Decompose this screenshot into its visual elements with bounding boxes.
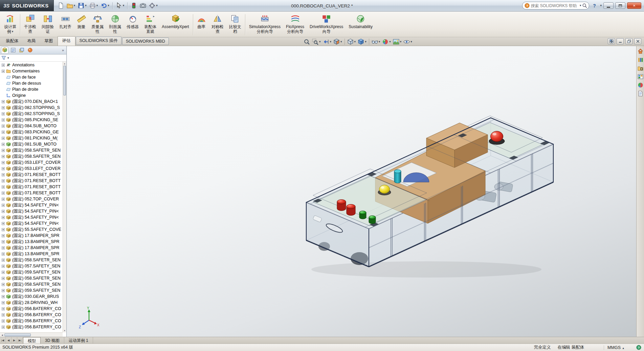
tree-item[interactable]: (固定) 084.SUB_MOTO bbox=[0, 123, 63, 129]
expand-icon[interactable] bbox=[2, 106, 5, 109]
expand-icon[interactable] bbox=[2, 301, 5, 304]
section-view-button[interactable]: ▾ bbox=[333, 38, 343, 45]
ribbon-button-floxpress[interactable]: FloXpress分析向导 bbox=[283, 13, 307, 37]
view-orientation-button[interactable]: ▾ bbox=[347, 38, 357, 45]
filter-caret-icon[interactable]: ▾ bbox=[7, 57, 9, 60]
tab-装配体[interactable]: 装配体 bbox=[1, 37, 23, 46]
display-style-button[interactable]: ▾ bbox=[357, 38, 367, 45]
expand-icon[interactable] bbox=[2, 100, 5, 103]
tree-item[interactable]: (固定) 056.BATERRY_CO bbox=[0, 312, 63, 318]
tree-item[interactable]: (固定) 058.SAFETR_SEN bbox=[0, 257, 63, 263]
expand-icon[interactable] bbox=[2, 234, 5, 237]
ribbon-button-symmetry-check[interactable]: 对称检查 bbox=[209, 13, 226, 37]
ribbon-button-measure[interactable]: 测量 bbox=[74, 13, 89, 37]
expand-icon[interactable] bbox=[2, 155, 5, 158]
ribbon-button-section-properties[interactable]: 剖面属性 bbox=[106, 13, 124, 37]
zoom-area-button[interactable]: ▾ bbox=[311, 38, 321, 45]
tab-布局[interactable]: 布局 bbox=[23, 37, 40, 46]
expand-icon[interactable] bbox=[2, 161, 5, 164]
tree-item[interactable]: (固定) 056.BATERRY_CO bbox=[0, 318, 63, 324]
ribbon-button-interference-check[interactable]: 干涉检查 bbox=[21, 13, 39, 37]
model-tab-nav-3[interactable]: ▶| bbox=[17, 337, 23, 344]
expand-icon[interactable] bbox=[2, 277, 5, 280]
tree-item[interactable]: (固定) 28.DRIVING_WH bbox=[0, 300, 63, 306]
search-input[interactable] bbox=[531, 3, 578, 8]
resources-button[interactable] bbox=[638, 48, 643, 54]
tree-item[interactable]: (固定) 057.SAFETY_SEN bbox=[0, 263, 63, 269]
custom-properties-button[interactable] bbox=[638, 91, 643, 96]
expand-icon[interactable] bbox=[2, 118, 5, 122]
doc-restore-button[interactable] bbox=[625, 38, 632, 44]
tree-item[interactable]: (固定) 082.STOPPING_S bbox=[0, 111, 63, 117]
file-explorer-button[interactable] bbox=[638, 65, 643, 71]
doc-close-button[interactable] bbox=[634, 38, 641, 44]
expand-icon[interactable] bbox=[2, 204, 5, 207]
filter-funnel-icon[interactable] bbox=[1, 56, 6, 60]
expand-icon[interactable] bbox=[2, 289, 5, 292]
select-cursor-button[interactable]: ▾ bbox=[115, 2, 126, 9]
tab-评估[interactable]: 评估 bbox=[58, 36, 75, 46]
tree-item[interactable]: (固定) 058.SAFETR_SEN bbox=[0, 281, 63, 287]
apply-scene-button[interactable]: ▾ bbox=[392, 38, 402, 45]
expand-icon[interactable] bbox=[2, 265, 5, 268]
expand-icon[interactable] bbox=[2, 192, 5, 195]
displaymanager-tab[interactable] bbox=[26, 47, 34, 54]
expand-icon[interactable] bbox=[2, 125, 5, 128]
tree-item[interactable]: (固定) 071.RESET_BOTT bbox=[0, 172, 63, 178]
tree-item[interactable]: Origine bbox=[0, 92, 63, 98]
zoom-fit-button[interactable] bbox=[303, 38, 311, 45]
expand-icon[interactable] bbox=[2, 143, 5, 146]
tab-草图[interactable]: 草图 bbox=[40, 37, 58, 46]
tree-item[interactable]: AAnnotations bbox=[0, 62, 63, 68]
maximize-button[interactable] bbox=[615, 2, 625, 9]
scroll-up-icon[interactable]: ▲ bbox=[63, 62, 66, 65]
tree-item[interactable]: (固定) 030.GEAR_BRUS bbox=[0, 293, 63, 300]
open-folder-button[interactable]: ▾ bbox=[66, 2, 76, 9]
tree-item[interactable]: (固定) 059.SAFETY_SEN bbox=[0, 287, 63, 293]
tree-item[interactable]: (固定) 55.SAFETY_COVE bbox=[0, 226, 63, 233]
ribbon-button-clearance-verify[interactable]: 间隙验证 bbox=[39, 13, 57, 37]
ribbon-button-sensor[interactable]: 传感器 bbox=[124, 13, 141, 37]
ribbon-button-hole-alignment[interactable]: 孔对齐 bbox=[57, 13, 74, 37]
expand-icon[interactable] bbox=[2, 131, 5, 134]
model-tab-nav-1[interactable]: ◀ bbox=[6, 337, 12, 344]
expand-icon[interactable] bbox=[2, 167, 5, 170]
tree-item[interactable]: (固定) 052.TOP_COVER bbox=[0, 196, 63, 202]
expand-icon[interactable] bbox=[2, 295, 5, 298]
print-button[interactable]: ▾ bbox=[88, 2, 99, 9]
ribbon-button-mass-properties[interactable]: 质量属性 bbox=[89, 13, 106, 37]
featuremanager-tab[interactable] bbox=[1, 47, 8, 54]
expand-icon[interactable] bbox=[2, 210, 5, 213]
tree-item[interactable]: (固定) 053.LEFT_COVER bbox=[0, 159, 63, 166]
tree-item[interactable]: Commentaires bbox=[0, 68, 63, 74]
tree-item[interactable]: (固定) 058.SAFETR_SEN bbox=[0, 275, 63, 281]
options-gear-button[interactable]: ▾ bbox=[148, 2, 159, 9]
expand-icon[interactable] bbox=[2, 307, 5, 310]
ribbon-button-sustainability[interactable]: Sustainability bbox=[346, 13, 375, 37]
tree-item[interactable]: (固定) 070.DEN_BAO<1 bbox=[0, 98, 63, 105]
expand-icon[interactable] bbox=[2, 271, 5, 274]
expand-icon[interactable] bbox=[2, 326, 5, 329]
ribbon-button-design-study[interactable]: 设计算例▾ bbox=[1, 13, 19, 37]
tree-item[interactable]: (固定) 081.PICKING_M( bbox=[0, 135, 63, 141]
panel-chevron-icon[interactable]: » bbox=[61, 48, 65, 52]
help-caret-icon[interactable]: ▾ bbox=[600, 4, 602, 7]
design-library-button[interactable] bbox=[638, 57, 643, 63]
tree-item[interactable]: Plan de dessus bbox=[0, 80, 63, 86]
tree-item[interactable]: (固定) 053.LEFT_COVER bbox=[0, 166, 63, 172]
magnifier-icon[interactable] bbox=[582, 3, 587, 8]
graphics-viewport[interactable]: Y Z X bbox=[67, 46, 636, 337]
ribbon-button-assembly-xpert[interactable]: AssemblyXpert bbox=[159, 13, 192, 37]
expand-icon[interactable] bbox=[2, 64, 5, 67]
tree-item[interactable]: (固定) 13.BAMPER_SPR bbox=[0, 251, 63, 257]
previous-view-button[interactable]: ▾ bbox=[322, 38, 332, 45]
scroll-down-icon[interactable]: ▼ bbox=[63, 329, 66, 332]
expand-icon[interactable] bbox=[2, 70, 5, 73]
expand-icon[interactable] bbox=[2, 179, 5, 182]
expand-icon[interactable] bbox=[2, 246, 5, 249]
tree-item[interactable]: Plan de face bbox=[0, 74, 63, 80]
expand-icon[interactable] bbox=[2, 137, 5, 140]
expand-icon[interactable] bbox=[2, 216, 5, 219]
expand-icon[interactable] bbox=[2, 173, 5, 176]
tree-item[interactable]: (固定) 081.SUB_MOTO bbox=[0, 141, 63, 147]
